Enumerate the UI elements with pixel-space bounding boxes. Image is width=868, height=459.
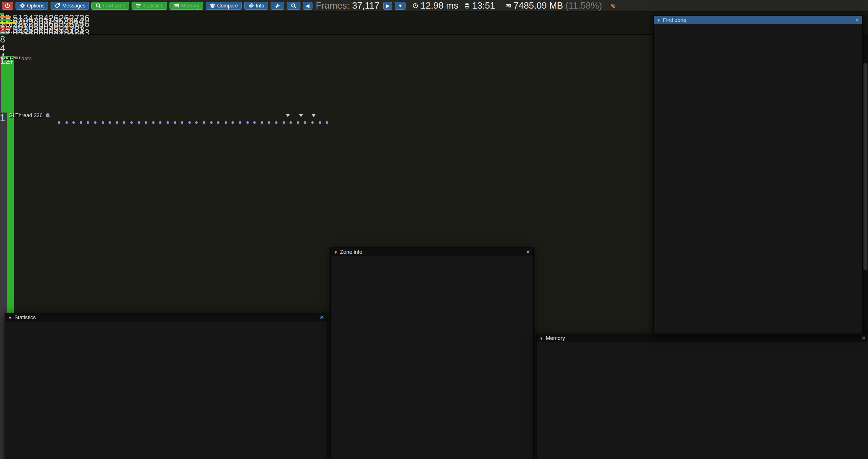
zone-info-window: ▼ Zone info ✕ <box>330 248 534 459</box>
message-dot[interactable] <box>203 121 205 124</box>
statistics-title: Statistics <box>14 315 36 320</box>
message-dot[interactable] <box>65 121 67 124</box>
message-dot[interactable] <box>137 121 140 124</box>
message-dot[interactable] <box>188 121 191 124</box>
options-button[interactable]: Options <box>16 2 49 10</box>
collapse-icon[interactable]: ▼ <box>334 250 338 254</box>
message-dot[interactable] <box>181 121 183 124</box>
compare-button[interactable]: Compare <box>206 2 242 10</box>
message-dot[interactable] <box>232 121 234 124</box>
message-dot[interactable] <box>152 121 155 124</box>
zone-marker-icon[interactable] <box>311 114 316 117</box>
statistics-button[interactable]: Statistics <box>131 2 167 10</box>
message-dot[interactable] <box>94 121 96 124</box>
tracy-profiler-window: OptionsMessagesFind zoneStatisticsMemory… <box>0 0 868 459</box>
find-zone-titlebar[interactable]: ▼ Find zone ✕ <box>654 16 862 24</box>
message-dot[interactable] <box>80 121 82 124</box>
close-icon[interactable]: ✕ <box>855 17 859 23</box>
statistics-titlebar[interactable]: ▼ Statistics ✕ <box>5 314 327 322</box>
message-dot[interactable] <box>318 121 321 124</box>
message-dot[interactable] <box>123 121 126 124</box>
cpu-core-label: [1:1] CPU 7 <box>2 56 21 60</box>
collapse-icon[interactable]: ▼ <box>539 336 544 340</box>
frame-dropdown-button[interactable]: ▼ <box>395 2 406 10</box>
message-dot[interactable] <box>101 121 104 124</box>
frame-time-group: 12.98 ms <box>412 1 458 11</box>
close-icon[interactable]: ✕ <box>526 249 530 255</box>
message-dot[interactable] <box>304 121 307 124</box>
message-dot[interactable] <box>275 121 277 124</box>
message-dot[interactable] <box>116 121 118 124</box>
message-dot[interactable] <box>145 121 147 124</box>
message-dot[interactable] <box>311 121 314 124</box>
collapse-icon[interactable]: ▼ <box>657 18 661 22</box>
message-dot[interactable] <box>72 121 75 124</box>
info-button[interactable]: Info <box>244 2 268 10</box>
messages-button[interactable]: Messages <box>51 2 89 10</box>
close-icon[interactable]: ✕ <box>861 335 866 341</box>
message-dot[interactable] <box>87 121 89 124</box>
message-dot[interactable] <box>174 121 176 124</box>
frames-label: Frames: 37,117 <box>316 1 379 11</box>
wrench-icon <box>275 3 280 9</box>
capture-time: 13:51 <box>472 1 495 11</box>
memory-titlebar[interactable]: ▼ Memory ✕ <box>536 334 868 342</box>
close-icon[interactable]: ✕ <box>320 315 324 320</box>
tools-button[interactable] <box>271 2 284 10</box>
message-dot[interactable] <box>326 121 328 124</box>
message-dot[interactable] <box>253 121 256 124</box>
ghost-icon <box>45 112 51 118</box>
next-frame-button[interactable]: ▶ <box>383 2 393 10</box>
memory-button[interactable]: Memory <box>170 2 204 10</box>
message-dot[interactable] <box>195 121 198 124</box>
message-dot[interactable] <box>210 121 212 124</box>
zoom-find-button[interactable] <box>287 2 301 10</box>
zone-marker-icon[interactable] <box>299 114 303 117</box>
zone-marker-icon[interactable] <box>285 114 290 117</box>
power-button[interactable] <box>2 2 13 10</box>
find-zone-title: Find zone <box>663 17 686 23</box>
message-dot[interactable] <box>289 121 292 124</box>
connection-group <box>610 3 616 9</box>
statistics-window: ▼ Statistics ✕ <box>5 313 328 459</box>
tag-icon <box>55 3 61 9</box>
message-dot[interactable] <box>217 121 219 124</box>
ram-icon <box>505 3 511 9</box>
gear-icon <box>20 3 25 9</box>
label: Frames: <box>316 1 352 10</box>
capture-time-group: 13:51 <box>464 1 495 11</box>
compare-label: Compare <box>217 3 238 9</box>
toolbar-memory-pct: (11.58%) <box>565 1 602 11</box>
scales-icon <box>210 3 215 9</box>
memory-window: ▼ Memory ✕ <box>536 333 868 459</box>
find-zone-label: Find zone <box>103 3 125 9</box>
options-label: Options <box>27 3 44 9</box>
message-dot[interactable] <box>58 121 60 124</box>
message-dot[interactable] <box>108 121 111 124</box>
message-dot[interactable] <box>239 121 241 124</box>
main-scrollbar-thumb[interactable] <box>863 63 867 270</box>
zone-info-title: Zone info <box>340 249 363 255</box>
message-dot[interactable] <box>282 121 285 124</box>
label: 37,117 <box>352 1 380 10</box>
message-dot[interactable] <box>159 121 162 124</box>
thread-header[interactable]: ▼GLThread 336 <box>2 112 51 118</box>
memory-title: Memory <box>546 335 565 341</box>
find-zone-button[interactable]: Find zone <box>92 2 129 10</box>
message-dot[interactable] <box>297 121 299 124</box>
toolbar-memory: 7485.09 MB <box>514 1 563 11</box>
message-dot[interactable] <box>166 121 169 124</box>
message-dot[interactable] <box>246 121 248 124</box>
message-dot[interactable] <box>261 121 263 124</box>
collapse-icon[interactable]: ▼ <box>8 316 12 320</box>
zone-info-titlebar[interactable]: ▼ Zone info ✕ <box>331 248 533 256</box>
memory-usage-group: 7485.09 MB(11.58%) <box>505 1 602 11</box>
clock-icon <box>412 3 418 9</box>
prev-frame-button[interactable]: ◀ <box>303 2 312 10</box>
find-zone-window: ▼ Find zone ✕ <box>653 15 863 334</box>
message-dot[interactable] <box>225 121 227 124</box>
message-dot[interactable] <box>268 121 270 124</box>
message-dot[interactable] <box>130 121 133 124</box>
thread-title: GLThread 336 <box>9 112 43 118</box>
ram-icon <box>174 3 180 9</box>
